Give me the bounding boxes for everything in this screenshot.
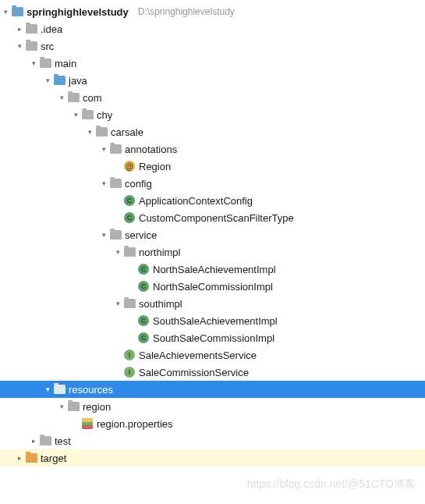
chevron-down-icon[interactable]: ▾ xyxy=(42,385,53,393)
folder-icon xyxy=(25,23,37,35)
tree-row-southsalecommissionimpl[interactable]: ▸ SouthSaleCommissionImpl xyxy=(0,329,425,346)
excluded-folder-icon xyxy=(25,452,37,464)
package-icon xyxy=(81,108,94,121)
class-icon xyxy=(137,263,150,275)
source-folder-icon xyxy=(53,74,66,87)
tree-row-saleachievementsservice[interactable]: ▸ SaleAchievementsService xyxy=(0,346,425,364)
class-icon xyxy=(123,211,136,224)
tree-row-java[interactable]: ▾ java xyxy=(0,72,425,89)
folder-icon xyxy=(39,435,51,447)
chevron-down-icon[interactable]: ▾ xyxy=(42,76,53,84)
tree-row-chy[interactable]: ▾ chy xyxy=(0,106,425,123)
tree-row-root[interactable]: ▾ springhighlevelstudy D:\springhighleve… xyxy=(0,3,425,20)
chevron-down-icon[interactable]: ▾ xyxy=(56,94,67,101)
tree-row-idea[interactable]: ▸ .idea xyxy=(0,20,425,37)
chevron-down-icon[interactable]: ▾ xyxy=(84,128,95,136)
chevron-down-icon[interactable]: ▾ xyxy=(14,42,25,50)
tree-row-region-annotation[interactable]: ▸ Region xyxy=(0,158,425,175)
chevron-down-icon[interactable]: ▾ xyxy=(28,59,39,67)
class-icon xyxy=(137,314,150,327)
package-icon xyxy=(123,246,136,258)
tree-row-northimpl[interactable]: ▾ northimpl xyxy=(0,243,425,261)
chevron-down-icon[interactable]: ▾ xyxy=(112,300,123,307)
tree-row-southsaleachievementimpl[interactable]: ▸ SouthSaleAchievementImpl xyxy=(0,312,425,329)
tree-row-resources[interactable]: ▾ resources xyxy=(0,381,425,398)
annotation-icon xyxy=(123,160,136,172)
chevron-down-icon[interactable]: ▾ xyxy=(98,145,109,153)
chevron-down-icon[interactable]: ▾ xyxy=(112,248,123,256)
package-icon xyxy=(95,126,108,138)
chevron-right-icon[interactable]: ▸ xyxy=(14,454,25,462)
tree-row-region-properties[interactable]: ▸ region.properties xyxy=(0,415,425,432)
chevron-down-icon[interactable]: ▾ xyxy=(70,111,81,119)
project-path: D:\springhighlevelstudy xyxy=(138,6,235,17)
resources-folder-icon xyxy=(53,383,66,396)
properties-file-icon xyxy=(81,417,94,430)
tree-row-northsaleachievementimpl[interactable]: ▸ NorthSaleAchievementImpl xyxy=(0,261,425,278)
class-icon xyxy=(137,280,150,293)
tree-row-test[interactable]: ▸ test xyxy=(0,432,425,449)
folder-icon xyxy=(39,57,51,69)
package-icon xyxy=(109,143,122,155)
interface-icon xyxy=(123,366,136,378)
tree-row-northsalecommissionimpl[interactable]: ▸ NorthSaleCommissionImpl xyxy=(0,278,425,295)
tree-row-target[interactable]: ▸ target xyxy=(0,449,425,467)
tree-row-salecommissionservice[interactable]: ▸ SaleCommissionService xyxy=(0,364,425,381)
tree-row-region-folder[interactable]: ▾ region xyxy=(0,398,425,415)
package-icon xyxy=(123,297,136,310)
chevron-right-icon[interactable]: ▸ xyxy=(28,437,39,445)
tree-row-applicationcontextconfig[interactable]: ▸ ApplicationContextConfig xyxy=(0,192,425,209)
watermark: https://blog.csdn.net/@51CTO博客 xyxy=(247,477,416,492)
chevron-down-icon[interactable]: ▾ xyxy=(98,179,109,187)
tree-row-service[interactable]: ▾ service xyxy=(0,226,425,243)
tree-row-carsale[interactable]: ▾ carsale xyxy=(0,123,425,140)
chevron-right-icon[interactable]: ▸ xyxy=(14,25,25,33)
chevron-down-icon[interactable]: ▾ xyxy=(56,403,67,410)
interface-icon xyxy=(123,349,136,361)
chevron-down-icon[interactable]: ▾ xyxy=(0,8,11,16)
tree-row-main[interactable]: ▾ main xyxy=(0,55,425,72)
tree-row-src[interactable]: ▾ src xyxy=(0,37,425,55)
folder-icon xyxy=(25,40,37,52)
package-icon xyxy=(109,229,122,241)
class-icon xyxy=(137,332,150,344)
module-folder-icon xyxy=(11,5,23,18)
folder-icon xyxy=(67,400,80,413)
chevron-down-icon[interactable]: ▾ xyxy=(98,231,109,239)
class-icon xyxy=(123,194,136,207)
tree-row-com[interactable]: ▾ com xyxy=(0,89,425,106)
tree-row-config[interactable]: ▾ config xyxy=(0,175,425,192)
tree-row-annotations[interactable]: ▾ annotations xyxy=(0,140,425,158)
tree-row-customcomponentscanfiltertype[interactable]: ▸ CustomComponentScanFilterType xyxy=(0,209,425,226)
project-name: springhighlevelstudy xyxy=(27,6,133,18)
project-tree[interactable]: ▾ springhighlevelstudy D:\springhighleve… xyxy=(0,0,425,470)
tree-row-southimpl[interactable]: ▾ southimpl xyxy=(0,295,425,312)
package-icon xyxy=(109,177,122,190)
package-icon xyxy=(67,91,80,104)
